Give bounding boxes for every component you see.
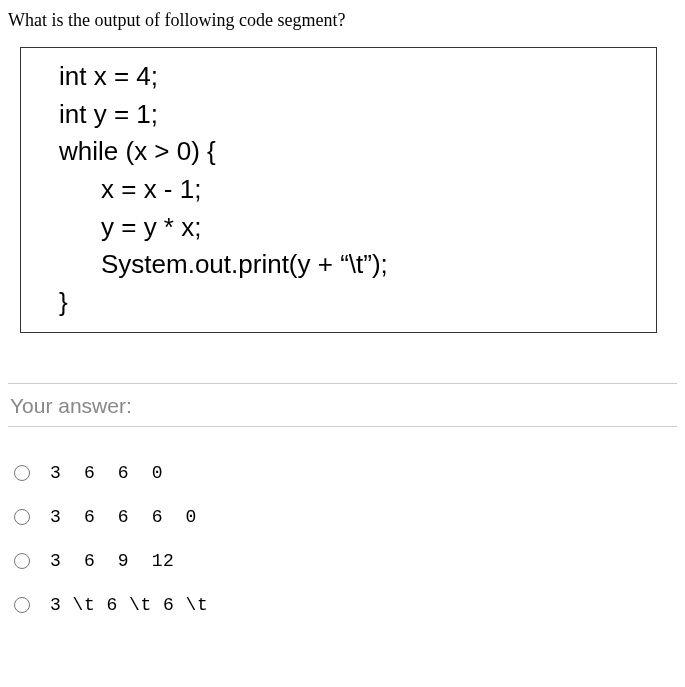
option-d[interactable]: 3 \t 6 \t 6 \t <box>8 583 677 627</box>
option-text: 3 6 9 12 <box>50 551 174 571</box>
option-text: 3 \t 6 \t 6 \t <box>50 595 208 615</box>
radio-icon[interactable] <box>14 553 30 569</box>
code-line-2: int y = 1; <box>59 96 638 134</box>
option-a[interactable]: 3 6 6 0 <box>8 451 677 495</box>
option-text: 3 6 6 0 <box>50 463 163 483</box>
code-line-1: int x = 4; <box>59 58 638 96</box>
radio-icon[interactable] <box>14 597 30 613</box>
options-group: 3 6 6 0 3 6 6 6 0 3 6 9 12 3 \t 6 \t 6 \… <box>8 451 677 627</box>
code-line-3: while (x > 0) { <box>59 133 638 171</box>
answer-section-header: Your answer: <box>8 383 677 427</box>
option-c[interactable]: 3 6 9 12 <box>8 539 677 583</box>
code-line-7: } <box>59 284 638 322</box>
code-snippet-box: int x = 4; int y = 1; while (x > 0) { x … <box>20 47 657 333</box>
radio-icon[interactable] <box>14 465 30 481</box>
question-text: What is the output of following code seg… <box>8 10 677 31</box>
option-b[interactable]: 3 6 6 6 0 <box>8 495 677 539</box>
code-line-6: System.out.print(y + “\t”); <box>59 246 638 284</box>
code-line-5: y = y * x; <box>59 209 638 247</box>
option-text: 3 6 6 6 0 <box>50 507 197 527</box>
radio-icon[interactable] <box>14 509 30 525</box>
answer-label: Your answer: <box>8 394 677 426</box>
code-line-4: x = x - 1; <box>59 171 638 209</box>
